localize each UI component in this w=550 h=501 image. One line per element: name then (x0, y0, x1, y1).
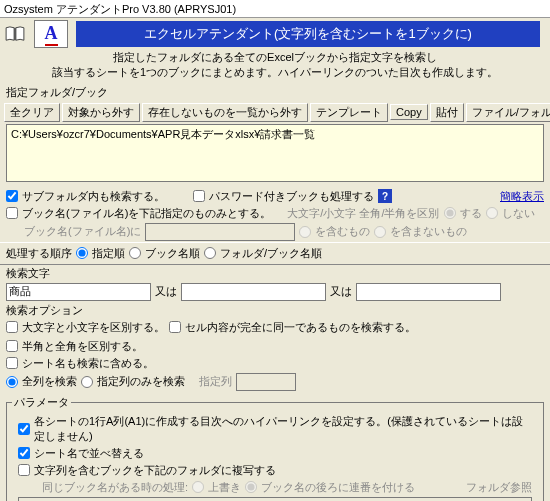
exclude-button[interactable]: 対象から外す (62, 103, 140, 122)
case-no-radio: しない (486, 206, 535, 221)
order-book-radio[interactable]: ブック名順 (129, 246, 200, 261)
case-checkbox[interactable]: 大文字と小文字を区別する。 (6, 320, 165, 335)
description: 指定したフォルダにある全てのExcelブックから指定文字を検索し 該当するシート… (0, 48, 550, 84)
parameter-fieldset: パラメータ 各シートの1行A列(A1)に作成する目次へのハイパーリンクを設定する… (6, 395, 544, 501)
save-folder-checkbox[interactable]: 文字列を含むブックを下記のフォルダに複写する (18, 463, 276, 478)
samename-label: 同じブック名がある時の処理: (42, 480, 188, 495)
paste-button[interactable]: 貼付 (430, 103, 464, 122)
case-yes-radio: する (444, 206, 482, 221)
order-label: 処理する順序 (6, 246, 72, 261)
hanzen-checkbox[interactable]: 半角と全角を区別する。 (6, 339, 143, 354)
search-input-2[interactable] (181, 283, 326, 301)
search-input-3[interactable] (356, 283, 501, 301)
logo-a-icon: A (34, 20, 68, 48)
allcols-radio[interactable]: 全列を検索 (6, 374, 77, 389)
browse-button[interactable]: ファイル/フォルダ参照 (466, 103, 550, 122)
or-label-2: 又は (330, 284, 352, 299)
overwrite-radio: 上書き (192, 480, 241, 495)
remove-missing-button[interactable]: 存在しないものを一覧から外す (142, 103, 308, 122)
window-title: Ozsystem アテンダントPro V3.80 (APRYSJ01) (0, 0, 550, 18)
search-label: 検索文字 (0, 265, 550, 282)
searchopt-label: 検索オプション (0, 302, 550, 319)
order-spec-radio[interactable]: 指定順 (76, 246, 125, 261)
append-seq-radio: ブック名の後ろに連番を付ける (245, 480, 415, 495)
bookname-input (145, 223, 295, 241)
parameter-legend: パラメータ (12, 395, 71, 410)
speccols-radio[interactable]: 指定列のみを検索 (81, 374, 185, 389)
speccol-input (236, 373, 296, 391)
sort-sheet-checkbox[interactable]: シート名で並べ替える (18, 446, 144, 461)
template-button[interactable]: テンプレート (310, 103, 388, 122)
copy-button[interactable]: Copy (390, 104, 428, 120)
contain-radio: を含むもの (299, 224, 370, 239)
toc-link-checkbox[interactable]: 各シートの1行A列(A1)に作成する目次へのハイパーリンクを設定する。(保護され… (18, 414, 532, 444)
folder-browse-link: フォルダ参照 (466, 480, 532, 495)
all-clear-button[interactable]: 全クリア (4, 103, 60, 122)
limit-bookname-checkbox[interactable]: ブック名(ファイル名)を下記指定のものみとする。 (6, 206, 271, 221)
subfolder-checkbox[interactable]: サブフォルダ内も検索する。 (6, 189, 165, 204)
bookname-contains-label: ブック名(ファイル名)に (24, 224, 141, 239)
page-title: エクセルアテンダント(文字列を含むシートを1ブックに) (76, 21, 540, 47)
svg-rect-0 (14, 28, 16, 40)
or-label-1: 又は (155, 284, 177, 299)
exact-cell-checkbox[interactable]: セル内容が完全に同一であるものを検索する。 (169, 320, 416, 335)
not-contain-radio: を含まないもの (374, 224, 467, 239)
order-folder-radio[interactable]: フォルダ/ブック名順 (204, 246, 322, 261)
book-icon (4, 26, 26, 42)
case-label: 大文字/小文字 全角/半角を区別 (287, 206, 439, 221)
sheetname-checkbox[interactable]: シート名も検索に含める。 (6, 356, 154, 371)
search-input-1[interactable] (6, 283, 151, 301)
simple-view-link[interactable]: 簡略表示 (500, 189, 544, 204)
dest-folder-input (18, 497, 532, 501)
help-icon[interactable]: ? (378, 189, 392, 203)
folder-section-label: 指定フォルダ/ブック (0, 84, 550, 101)
path-list-input[interactable] (6, 124, 544, 182)
speccol-label: 指定列 (199, 374, 232, 389)
password-book-checkbox[interactable]: パスワード付きブックも処理する (193, 189, 374, 204)
